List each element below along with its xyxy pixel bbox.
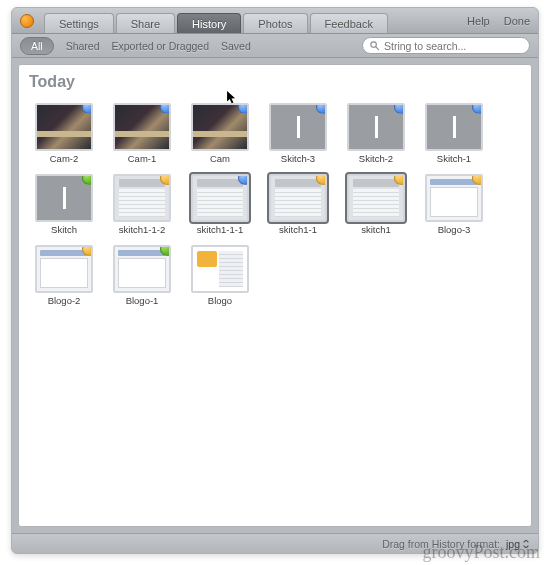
thumbnail-image[interactable] (347, 174, 405, 222)
thumb-item[interactable]: Skitch-3 (261, 103, 335, 164)
tab-settings[interactable]: Settings (44, 13, 114, 33)
thumb-item[interactable]: skitch1-1 (261, 174, 335, 235)
filter-group: AllSharedExported or DraggedSaved (20, 37, 251, 55)
thumb-item[interactable]: Cam-2 (27, 103, 101, 164)
thumb-label: Blogo (183, 295, 257, 306)
thumbnail-image[interactable] (191, 245, 249, 293)
orange-badge-icon (394, 174, 405, 185)
thumb-label: skitch1 (339, 224, 413, 235)
done-button[interactable]: Done (504, 15, 530, 27)
thumb-label: Skitch (27, 224, 101, 235)
thumbnail-image[interactable] (35, 174, 93, 222)
green-badge-icon (82, 174, 93, 185)
thumb-item[interactable]: skitch1-1-1 (183, 174, 257, 235)
blue-badge-icon (316, 103, 327, 114)
footer-label: Drag from History format: (382, 538, 500, 550)
thumb-item[interactable]: skitch1 (339, 174, 413, 235)
format-value: jpg (506, 538, 520, 550)
tab-feedback[interactable]: Feedback (310, 13, 388, 33)
thumb-label: Skitch-1 (417, 153, 491, 164)
thumbnail-grid: Cam-2Cam-1CamSkitch-3Skitch-2Skitch-1Ski… (19, 95, 531, 316)
svg-line-1 (376, 47, 379, 50)
blue-badge-icon (472, 103, 483, 114)
orange-badge-icon (82, 245, 93, 256)
thumbnail-image[interactable] (347, 103, 405, 151)
filter-all[interactable]: All (20, 37, 54, 55)
orange-badge-icon (160, 174, 171, 185)
app-window: SettingsShareHistoryPhotosFeedback Help … (11, 7, 539, 554)
thumbnail-image[interactable] (191, 174, 249, 222)
search-icon (369, 40, 380, 51)
green-badge-icon (160, 245, 171, 256)
tab-history[interactable]: History (177, 13, 241, 33)
orange-badge-icon (316, 174, 327, 185)
thumb-label: Skitch-2 (339, 153, 413, 164)
search-field[interactable] (362, 37, 530, 54)
thumb-item[interactable]: Cam-1 (105, 103, 179, 164)
thumbnail-image[interactable] (191, 103, 249, 151)
chevron-updown-icon (522, 540, 530, 548)
thumb-item[interactable]: Blogo (183, 245, 257, 306)
thumb-label: skitch1-1-2 (105, 224, 179, 235)
thumbnail-image[interactable] (425, 103, 483, 151)
thumb-item[interactable]: skitch1-1-2 (105, 174, 179, 235)
filter-shared[interactable]: Shared (66, 40, 100, 52)
thumb-label: skitch1-1-1 (183, 224, 257, 235)
thumb-item[interactable]: Skitch (27, 174, 101, 235)
thumb-label: Blogo-3 (417, 224, 491, 235)
section-title: Today (19, 65, 531, 95)
blue-badge-icon (238, 103, 249, 114)
thumbnail-image[interactable] (113, 245, 171, 293)
thumb-item[interactable]: Blogo-2 (27, 245, 101, 306)
thumb-label: Skitch-3 (261, 153, 335, 164)
thumb-item[interactable]: Blogo-1 (105, 245, 179, 306)
format-dropdown[interactable]: jpg (506, 538, 530, 550)
thumbnail-image[interactable] (35, 103, 93, 151)
footer-bar: Drag from History format: jpg (12, 533, 538, 553)
tab-photos[interactable]: Photos (243, 13, 307, 33)
tab-share[interactable]: Share (116, 13, 175, 33)
top-toolbar: SettingsShareHistoryPhotosFeedback Help … (12, 8, 538, 34)
blue-badge-icon (160, 103, 171, 114)
thumbnail-image[interactable] (269, 103, 327, 151)
toolbar-right: Help Done (453, 8, 538, 33)
thumb-label: Cam (183, 153, 257, 164)
thumbnail-image[interactable] (269, 174, 327, 222)
blue-badge-icon (394, 103, 405, 114)
thumb-label: Cam-2 (27, 153, 101, 164)
thumb-item[interactable]: Blogo-3 (417, 174, 491, 235)
thumb-label: Blogo-2 (27, 295, 101, 306)
thumb-item[interactable]: Skitch-2 (339, 103, 413, 164)
thumb-item[interactable]: Cam (183, 103, 257, 164)
filter-saved[interactable]: Saved (221, 40, 251, 52)
search-input[interactable] (384, 40, 523, 52)
thumbnail-image[interactable] (35, 245, 93, 293)
thumb-item[interactable]: Skitch-1 (417, 103, 491, 164)
content-area: Today Cam-2Cam-1CamSkitch-3Skitch-2Skitc… (18, 64, 532, 527)
thumbnail-image[interactable] (425, 174, 483, 222)
orange-badge-icon (472, 174, 483, 185)
thumbnail-image[interactable] (113, 174, 171, 222)
status-dot-icon (20, 14, 34, 28)
help-link[interactable]: Help (467, 15, 490, 27)
thumbnail-image[interactable] (113, 103, 171, 151)
blue-badge-icon (238, 174, 249, 185)
blue-badge-icon (82, 103, 93, 114)
thumb-label: Blogo-1 (105, 295, 179, 306)
tab-strip: SettingsShareHistoryPhotosFeedback (44, 8, 390, 33)
filter-exported-or-dragged[interactable]: Exported or Dragged (112, 40, 209, 52)
filter-bar: AllSharedExported or DraggedSaved (12, 34, 538, 58)
thumb-label: Cam-1 (105, 153, 179, 164)
thumb-label: skitch1-1 (261, 224, 335, 235)
